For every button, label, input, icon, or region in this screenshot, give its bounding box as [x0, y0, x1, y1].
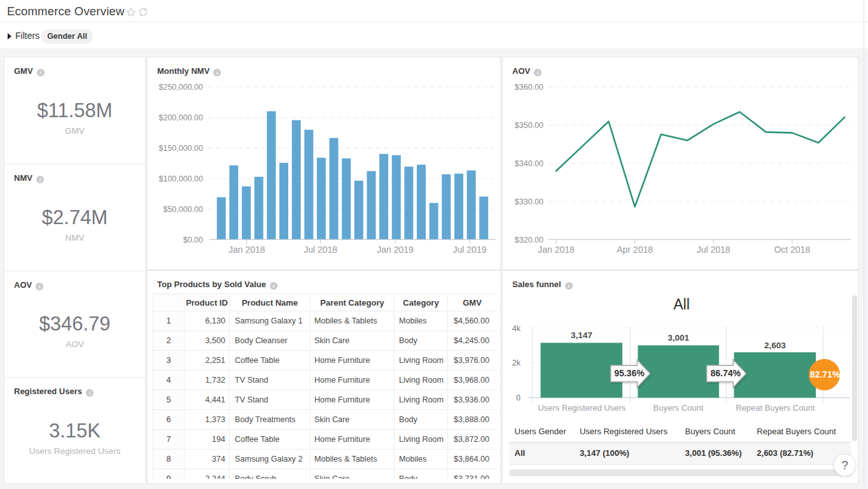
- svg-text:$200,000.00: $200,000.00: [158, 113, 203, 122]
- svg-text:Oct 2018: Oct 2018: [774, 244, 810, 255]
- svg-text:$330.00: $330.00: [515, 197, 543, 206]
- svg-text:95.36%: 95.36%: [614, 368, 645, 378]
- svg-text:4k: 4k: [512, 324, 521, 333]
- svg-text:$340.00: $340.00: [515, 159, 543, 168]
- svg-text:$250,000.00: $250,000.00: [158, 83, 203, 92]
- svg-text:Apr 2018: Apr 2018: [617, 244, 653, 255]
- svg-text:$0.00: $0.00: [183, 236, 203, 244]
- svg-text:Jul 2018: Jul 2018: [697, 244, 731, 255]
- svg-text:3,001: 3,001: [668, 333, 689, 343]
- svg-text:$320.00: $320.00: [515, 236, 543, 244]
- svg-text:Jan 2018: Jan 2018: [538, 244, 575, 255]
- svg-text:$50,000.00: $50,000.00: [163, 205, 203, 214]
- svg-text:Users Registered Users: Users Registered Users: [538, 403, 626, 413]
- svg-text:2,603: 2,603: [764, 341, 786, 350]
- svg-text:Jul 2019: Jul 2019: [453, 244, 487, 255]
- svg-text:$360.00: $360.00: [515, 83, 543, 92]
- svg-text:Repeat Buyers Count: Repeat Buyers Count: [736, 403, 815, 413]
- svg-text:82.71%: 82.71%: [810, 369, 841, 379]
- svg-text:$100,000.00: $100,000.00: [158, 174, 203, 183]
- svg-text:Jan 2018: Jan 2018: [228, 244, 265, 255]
- svg-text:3,147: 3,147: [571, 330, 592, 340]
- svg-text:86.74%: 86.74%: [711, 368, 741, 378]
- svg-text:$350.00: $350.00: [515, 121, 543, 130]
- svg-text:0: 0: [516, 393, 521, 402]
- svg-text:Jul 2018: Jul 2018: [304, 244, 337, 255]
- svg-text:$150,000.00: $150,000.00: [158, 144, 203, 153]
- svg-text:2k: 2k: [512, 358, 521, 367]
- svg-text:Jan 2019: Jan 2019: [377, 244, 414, 255]
- svg-text:Buyers Count: Buyers Count: [654, 403, 704, 413]
